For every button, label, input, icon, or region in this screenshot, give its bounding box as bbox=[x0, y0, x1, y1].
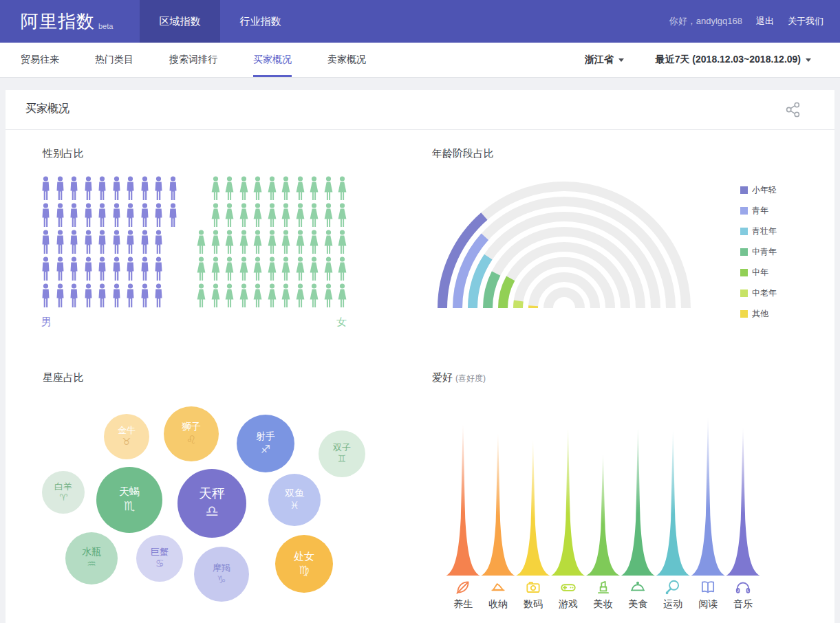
app-header: 阿里指数 beta 区域指数 行业指数 你好，andylgq168 退出 关于我… bbox=[0, 0, 840, 43]
zodiac-symbol-icon: ♉ bbox=[122, 436, 131, 448]
hobby-item: 收纳 bbox=[480, 578, 516, 611]
legend-item[interactable]: 青壮年 bbox=[740, 221, 777, 241]
logo[interactable]: 阿里指数 beta bbox=[0, 0, 140, 43]
logo-text: 阿里指数 bbox=[21, 10, 95, 34]
zodiac-bubble: 双子♊ bbox=[319, 430, 365, 477]
female-person-icon bbox=[211, 256, 220, 281]
legend-swatch bbox=[740, 310, 748, 318]
female-person-icon bbox=[211, 176, 220, 201]
female-person-icon bbox=[310, 203, 319, 228]
hobby-spike bbox=[621, 428, 655, 576]
nav-item-search-ranking[interactable]: 搜索词排行 bbox=[169, 43, 217, 77]
tab-industry-index[interactable]: 行业指数 bbox=[220, 0, 301, 43]
zodiac-name: 双鱼 bbox=[285, 488, 304, 500]
female-person-icon bbox=[268, 203, 277, 228]
legend-swatch bbox=[740, 269, 748, 276]
zodiac-bubble: 双鱼♓ bbox=[268, 474, 321, 526]
hobby-item: 美食 bbox=[620, 578, 656, 611]
male-person-icon bbox=[41, 283, 50, 308]
zodiac-symbol-icon: ♍ bbox=[299, 563, 309, 578]
legend-item[interactable]: 青年 bbox=[740, 200, 777, 221]
zodiac-name: 金牛 bbox=[118, 425, 136, 436]
hobby-item: 美妆 bbox=[585, 578, 621, 611]
female-icon-row bbox=[197, 203, 347, 230]
logout-link[interactable]: 退出 bbox=[756, 15, 774, 28]
secondary-nav-items: 贸易往来 热门类目 搜索词排行 买家概况 卖家概况 bbox=[0, 43, 366, 77]
zodiac-bubble: 天蝎♏ bbox=[96, 467, 162, 533]
legend-item[interactable]: 中年 bbox=[740, 262, 777, 283]
hobby-label: 游戏 bbox=[559, 598, 578, 611]
primary-tabs: 区域指数 行业指数 bbox=[140, 0, 301, 43]
female-person-icon bbox=[338, 176, 347, 201]
legend-item[interactable]: 中青年 bbox=[740, 241, 777, 262]
legend-swatch bbox=[740, 248, 748, 256]
zodiac-bubble: 金牛♉ bbox=[104, 414, 149, 459]
zodiac-bubble: 白羊♈ bbox=[42, 471, 85, 514]
female-person-icon bbox=[253, 176, 262, 201]
age-ring-track bbox=[548, 292, 580, 308]
male-person-icon bbox=[112, 256, 121, 281]
male-person-icon bbox=[154, 256, 163, 281]
female-person-icon bbox=[225, 176, 234, 201]
hobby-spike-chart bbox=[440, 409, 764, 581]
female-person-icon bbox=[281, 230, 290, 254]
female-person-icon bbox=[268, 230, 277, 254]
tab-region-index[interactable]: 区域指数 bbox=[140, 0, 220, 43]
date-range-dropdown[interactable]: 最近7天 (2018.12.03~2018.12.09) bbox=[656, 54, 811, 66]
zodiac-name: 射手 bbox=[256, 430, 275, 443]
female-person-icon bbox=[296, 203, 305, 228]
region-dropdown[interactable]: 浙江省 bbox=[585, 54, 624, 66]
zodiac-name: 处女 bbox=[294, 550, 314, 563]
female-person-icon bbox=[211, 230, 220, 254]
female-person-icon bbox=[324, 176, 333, 201]
female-person-icon bbox=[197, 283, 206, 308]
zodiac-symbol-icon: ♋ bbox=[155, 558, 164, 570]
about-link[interactable]: 关于我们 bbox=[788, 15, 823, 28]
legend-item[interactable]: 小年轻 bbox=[740, 179, 777, 200]
female-person-icon bbox=[310, 256, 319, 281]
hobby-label: 音乐 bbox=[733, 598, 753, 611]
zodiac-symbol-icon: ♌ bbox=[186, 433, 196, 447]
male-person-icon bbox=[56, 230, 65, 254]
male-icon-row bbox=[41, 283, 179, 310]
legend-item[interactable]: 中老年 bbox=[740, 283, 777, 303]
male-person-icon bbox=[169, 176, 177, 201]
nav-item-trade[interactable]: 贸易往来 bbox=[21, 43, 59, 77]
female-person-icon bbox=[225, 203, 234, 228]
user-greeting: 你好，andylgq168 bbox=[669, 15, 742, 28]
zodiac-bubble: 摩羯♑ bbox=[194, 547, 249, 602]
female-person-icon bbox=[338, 256, 347, 281]
zodiac-bubble: 射手♐ bbox=[237, 415, 294, 472]
hobby-spike bbox=[691, 417, 725, 576]
hobby-item: 养生 bbox=[445, 578, 481, 611]
share-icon[interactable] bbox=[785, 101, 801, 119]
age-ring-arc-6 bbox=[518, 301, 519, 308]
nav-item-hot-categories[interactable]: 热门类目 bbox=[95, 43, 133, 77]
male-person-icon bbox=[69, 203, 78, 228]
female-person-icon bbox=[239, 256, 248, 281]
hobby-item: 游戏 bbox=[550, 578, 586, 611]
nav-item-seller-overview[interactable]: 卖家概况 bbox=[327, 43, 366, 77]
legend-swatch bbox=[740, 207, 748, 215]
hobby-label: 美妆 bbox=[594, 598, 613, 611]
age-ring-arc-5 bbox=[503, 278, 510, 308]
zodiac-bubble: 水瓶♒ bbox=[65, 532, 118, 584]
age-section-title: 年龄阶段占比 bbox=[432, 147, 494, 160]
leaf-icon bbox=[454, 578, 472, 596]
hobby-item: 数码 bbox=[515, 578, 551, 611]
male-person-icon bbox=[126, 230, 135, 254]
nav-item-buyer-overview[interactable]: 买家概况 bbox=[253, 43, 292, 77]
legend-item[interactable]: 其他 bbox=[740, 303, 777, 324]
male-person-icon bbox=[126, 256, 135, 281]
female-person-icon bbox=[296, 230, 305, 254]
hobby-title-text: 爱好 bbox=[432, 371, 453, 383]
hobby-spike bbox=[446, 424, 480, 576]
female-person-icon bbox=[225, 283, 234, 308]
male-person-icon bbox=[126, 203, 135, 228]
male-person-icon bbox=[84, 283, 93, 308]
male-person-icon bbox=[69, 283, 78, 308]
lipstick-icon bbox=[594, 578, 612, 596]
legend-swatch bbox=[740, 228, 748, 235]
female-person-icon bbox=[268, 283, 277, 308]
legend-swatch bbox=[740, 186, 748, 194]
